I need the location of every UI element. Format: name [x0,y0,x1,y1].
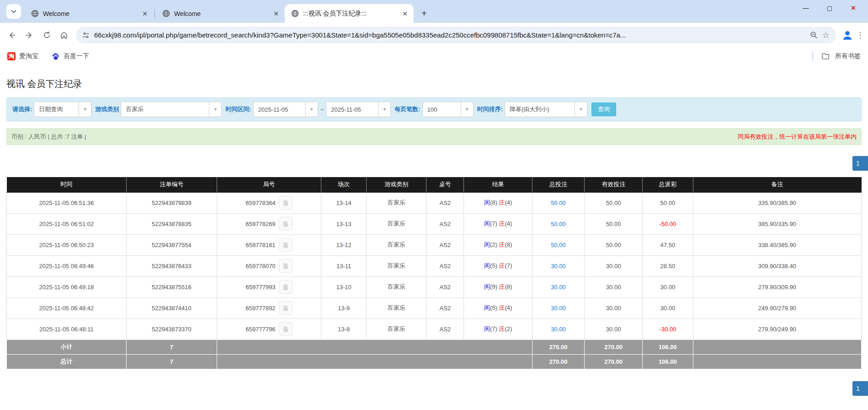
result-player: 闲 [484,241,490,248]
chevron-down-icon[interactable]: ▼ [378,102,390,117]
cell-total-bet-link[interactable]: 50.00 [533,234,585,255]
sort-value: 降幂(由大到小) [505,102,575,117]
bookmark-star-icon[interactable]: ☆ [822,30,830,40]
summary-label: 总计 [7,354,127,369]
window-maximize-button[interactable]: ▢ [818,0,841,16]
cell-table-no: AS2 [426,192,464,213]
video-replay-button[interactable] [279,196,293,210]
summary-payout: 106.00 [643,340,693,354]
cell-total-bet-link[interactable]: 30.00 [533,318,585,340]
cell-time: 2025-11-05 06:51:02 [7,213,127,234]
cell-bet-id: 522943873370 [126,318,217,340]
page-1-button[interactable]: 1 [852,156,868,171]
profile-avatar[interactable] [840,27,855,43]
video-replay-button[interactable] [279,238,293,252]
result-score: (4) [505,220,512,227]
chevron-down-icon[interactable]: ▼ [575,102,587,117]
cell-total-bet-link[interactable]: 30.00 [533,297,585,318]
video-replay-button[interactable] [279,322,293,336]
chevron-down-icon[interactable]: ▼ [305,102,318,117]
reload-icon [43,31,51,39]
date-from-select[interactable]: 2025-11-05 ▼ [253,102,318,117]
chevron-down-icon[interactable]: ▼ [209,102,221,117]
back-button[interactable] [4,27,20,43]
tab-close-icon[interactable]: ✕ [141,10,149,18]
chevron-down-icon[interactable]: ▼ [461,102,473,117]
tab-bet-record-active[interactable]: :::视讯 会员下注纪录::: ✕ [285,4,414,23]
all-bookmarks[interactable]: 所有书签 [812,52,861,61]
tab-search-button[interactable] [6,4,21,19]
result-banker: 庄 [499,304,505,311]
url-text[interactable]: 66cxkj98.com/ipl/portal.php/game/betreco… [94,31,805,39]
window-minimize-button[interactable]: — [794,0,818,16]
tab-title: :::视讯 会员下注纪录::: [303,10,397,18]
address-bar[interactable]: 66cxkj98.com/ipl/portal.php/game/betreco… [76,27,836,43]
round-number: 659778070 [246,263,276,270]
window-close-button[interactable]: ✕ [841,0,865,16]
video-replay-icon [282,326,289,333]
cell-total-bet-link[interactable]: 30.00 [533,276,585,297]
result-player: 闲 [484,220,490,227]
query-type-select[interactable]: 日期查询 ▼ [34,102,91,117]
cell-remark: 249.90/279.90 [693,297,861,318]
game-type-label: 游戏类别 [95,105,119,113]
date-to-select[interactable]: 2025-11-05 ▼ [326,102,391,117]
cell-result: 闲(9) 庄(8) [464,276,533,297]
round-number: 659778269 [246,221,276,227]
column-header: 结果 [464,177,533,192]
cell-payout: -30.00 [643,318,693,340]
search-button[interactable]: 查询 [591,102,616,116]
tab-close-icon[interactable]: ✕ [401,10,409,18]
reload-button[interactable] [38,27,55,43]
cell-result: 闲(5) 庄(7) [464,255,533,276]
bookmark-label: 百度一下 [64,52,89,60]
game-type-select[interactable]: 百家乐 ▼ [121,102,222,117]
cell-total-bet-link[interactable]: 50.00 [533,213,585,234]
cell-total-bet-link[interactable]: 30.00 [533,255,585,276]
bookmark-aitaobao[interactable]: 淘 爱淘宝 [7,52,38,60]
page-1-button[interactable]: 1 [852,381,868,396]
cell-valid-bet: 30.00 [585,276,643,297]
date-range-tilde: ~ [320,106,324,113]
bookmarks-divider [812,52,813,61]
video-replay-button[interactable] [279,217,293,231]
video-replay-button[interactable] [279,259,293,273]
cell-round: 659778161 [217,234,321,255]
round-number: 659777892 [246,305,276,312]
result-score: (5) [490,262,499,269]
column-header: 局号 [217,177,321,192]
new-tab-button[interactable]: + [417,6,431,20]
cell-bet-id: 522943879839 [126,192,217,213]
result-banker: 庄 [499,241,505,248]
tab-welcome-2[interactable]: Welcome ✕ [156,4,285,23]
summary-total-bet: 270.00 [533,354,585,369]
sort-select[interactable]: 降幂(由大到小) ▼ [505,102,587,117]
result-score: (7) [490,220,499,227]
bookmark-baidu[interactable]: 百度一下 [51,52,89,61]
cell-table-no: AS2 [426,213,464,234]
round-number: 659778364 [246,200,276,206]
result-score: (7) [490,325,499,332]
page-size-select[interactable]: 100 ▼ [422,102,474,117]
video-replay-button[interactable] [279,301,293,315]
cell-remark: 335.90/385.90 [693,192,861,213]
summary-count: 7 [126,354,217,369]
cell-session: 13-14 [321,192,367,213]
forward-button[interactable] [21,27,37,43]
cell-payout: 50.00 [643,192,693,213]
site-info-icon[interactable] [82,32,90,39]
browser-toolbar: 66cxkj98.com/ipl/portal.php/game/betreco… [0,23,868,47]
tab-welcome-1[interactable]: Welcome ✕ [25,4,154,23]
cell-time: 2025-11-05 06:48:42 [7,297,127,318]
browser-menu-icon[interactable]: ⋮ [856,27,864,43]
column-header: 备注 [693,177,861,192]
cell-total-bet-link[interactable]: 50.00 [533,192,585,213]
video-replay-button[interactable] [279,280,293,294]
zoom-icon[interactable] [810,31,818,39]
summary-label: 小计 [7,340,127,354]
cell-table-no: AS2 [426,276,464,297]
chevron-down-icon[interactable]: ▼ [79,102,91,117]
home-button[interactable] [56,27,72,43]
cell-result: 闲(7) 庄(4) [464,213,533,234]
tab-close-icon[interactable]: ✕ [272,10,280,18]
